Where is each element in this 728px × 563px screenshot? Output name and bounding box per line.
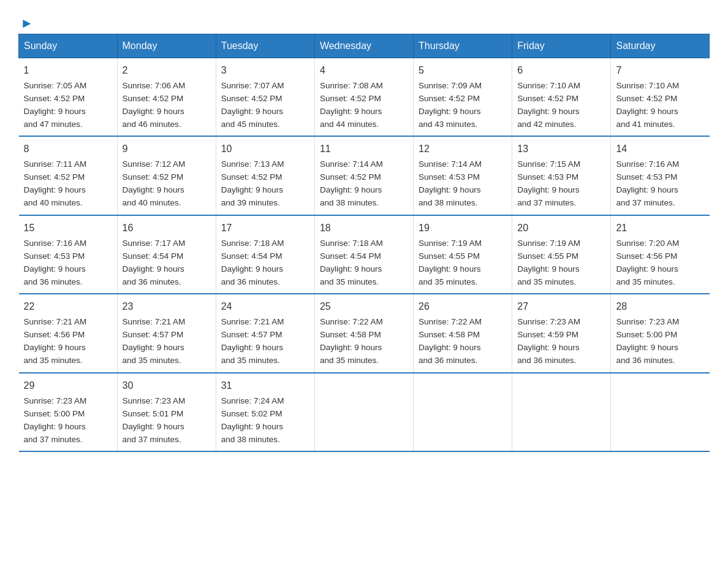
day-cell: 14Sunrise: 7:16 AMSunset: 4:53 PMDayligh… (611, 136, 710, 215)
daylight: Daylight: 9 hours (221, 107, 283, 116)
sunset: Sunset: 4:53 PM (419, 172, 480, 182)
daylight2: and 35 minutes. (221, 356, 280, 365)
day-cell: 28Sunrise: 7:23 AMSunset: 5:00 PMDayligh… (611, 294, 710, 372)
daylight: Daylight: 9 hours (320, 264, 382, 274)
sunrise: Sunrise: 7:21 AM (123, 317, 186, 326)
daylight2: and 35 minutes. (616, 277, 675, 286)
day-cell: 18Sunrise: 7:18 AMSunset: 4:54 PMDayligh… (314, 215, 413, 294)
daylight2: and 38 minutes. (419, 198, 477, 207)
daylight: Daylight: 9 hours (419, 343, 480, 352)
sunrise: Sunrise: 7:24 AM (221, 396, 284, 405)
day-cell: 25Sunrise: 7:22 AMSunset: 4:58 PMDayligh… (314, 294, 413, 372)
daylight: Daylight: 9 hours (616, 343, 678, 352)
day-number: 23 (123, 299, 211, 315)
sunset: Sunset: 4:57 PM (221, 330, 282, 339)
sunset: Sunset: 4:56 PM (616, 251, 677, 261)
daylight: Daylight: 9 hours (517, 264, 579, 274)
sunset: Sunset: 4:52 PM (123, 94, 184, 103)
daylight2: and 46 minutes. (123, 120, 181, 129)
sunset: Sunset: 5:00 PM (616, 330, 677, 339)
sunrise: Sunrise: 7:23 AM (616, 317, 679, 326)
day-number: 5 (419, 63, 507, 79)
column-header-thursday: Thursday (414, 34, 512, 58)
daylight2: and 35 minutes. (517, 277, 576, 286)
daylight2: and 37 minutes. (123, 435, 181, 444)
daylight2: and 35 minutes. (24, 356, 83, 365)
daylight: Daylight: 9 hours (221, 264, 283, 274)
daylight: Daylight: 9 hours (419, 107, 480, 116)
sunrise: Sunrise: 7:22 AM (320, 317, 383, 326)
sunset: Sunset: 4:54 PM (123, 251, 184, 261)
day-cell: 5Sunrise: 7:09 AMSunset: 4:52 PMDaylight… (414, 58, 512, 137)
page-header: ► (18, 12, 710, 28)
day-number: 9 (123, 142, 211, 157)
daylight2: and 45 minutes. (221, 120, 280, 129)
day-number: 17 (221, 221, 309, 236)
sunrise: Sunrise: 7:23 AM (123, 396, 186, 405)
day-number: 1 (24, 63, 112, 79)
daylight: Daylight: 9 hours (616, 264, 678, 274)
daylight2: and 38 minutes. (221, 435, 280, 444)
day-cell: 7Sunrise: 7:10 AMSunset: 4:52 PMDaylight… (611, 58, 710, 137)
day-number: 10 (221, 142, 309, 157)
sunset: Sunset: 4:54 PM (221, 251, 282, 261)
day-cell: 24Sunrise: 7:21 AMSunset: 4:57 PMDayligh… (216, 294, 314, 372)
day-cell: 9Sunrise: 7:12 AMSunset: 4:52 PMDaylight… (117, 136, 216, 215)
daylight: Daylight: 9 hours (616, 185, 678, 194)
day-cell: 1Sunrise: 7:05 AMSunset: 4:52 PMDaylight… (19, 58, 118, 137)
daylight: Daylight: 9 hours (123, 107, 184, 116)
day-number: 11 (320, 142, 408, 157)
day-number: 8 (24, 142, 112, 157)
daylight: Daylight: 9 hours (123, 343, 184, 352)
day-number: 3 (221, 63, 309, 79)
sunset: Sunset: 4:58 PM (320, 330, 381, 339)
sunrise: Sunrise: 7:18 AM (221, 239, 284, 248)
sunset: Sunset: 4:55 PM (517, 251, 578, 261)
day-number: 18 (320, 221, 408, 236)
week-row-4: 22Sunrise: 7:21 AMSunset: 4:56 PMDayligh… (19, 294, 710, 372)
day-number: 4 (320, 63, 408, 79)
week-row-3: 15Sunrise: 7:16 AMSunset: 4:53 PMDayligh… (19, 215, 710, 294)
daylight2: and 35 minutes. (320, 277, 379, 286)
daylight2: and 42 minutes. (517, 120, 576, 129)
day-cell: 27Sunrise: 7:23 AMSunset: 4:59 PMDayligh… (512, 294, 611, 372)
daylight2: and 35 minutes. (123, 356, 181, 365)
sunrise: Sunrise: 7:19 AM (419, 239, 482, 248)
sunrise: Sunrise: 7:07 AM (221, 81, 284, 90)
daylight2: and 37 minutes. (24, 435, 83, 444)
column-header-friday: Friday (512, 34, 611, 58)
sunrise: Sunrise: 7:10 AM (517, 81, 580, 90)
sunrise: Sunrise: 7:10 AM (616, 81, 679, 90)
week-row-1: 1Sunrise: 7:05 AMSunset: 4:52 PMDaylight… (19, 58, 710, 137)
daylight: Daylight: 9 hours (123, 264, 184, 274)
day-cell: 22Sunrise: 7:21 AMSunset: 4:56 PMDayligh… (19, 294, 118, 372)
daylight2: and 40 minutes. (123, 198, 181, 207)
column-header-tuesday: Tuesday (216, 34, 314, 58)
sunrise: Sunrise: 7:11 AM (24, 159, 87, 169)
sunset: Sunset: 5:02 PM (221, 409, 282, 418)
daylight2: and 36 minutes. (517, 356, 576, 365)
sunrise: Sunrise: 7:09 AM (419, 81, 482, 90)
daylight: Daylight: 9 hours (517, 343, 579, 352)
daylight: Daylight: 9 hours (24, 422, 86, 431)
day-number: 21 (616, 221, 704, 236)
week-row-2: 8Sunrise: 7:11 AMSunset: 4:52 PMDaylight… (19, 136, 710, 215)
daylight2: and 41 minutes. (616, 120, 675, 129)
day-number: 14 (616, 142, 704, 157)
sunset: Sunset: 4:54 PM (320, 251, 381, 261)
day-cell: 13Sunrise: 7:15 AMSunset: 4:53 PMDayligh… (512, 136, 611, 215)
sunset: Sunset: 4:52 PM (221, 94, 282, 103)
sunset: Sunset: 4:52 PM (24, 94, 85, 103)
sunset: Sunset: 4:52 PM (221, 172, 282, 182)
day-number: 16 (123, 221, 211, 236)
day-number: 28 (616, 299, 704, 315)
day-cell: 3Sunrise: 7:07 AMSunset: 4:52 PMDaylight… (216, 58, 314, 137)
week-row-5: 29Sunrise: 7:23 AMSunset: 5:00 PMDayligh… (19, 373, 710, 451)
column-header-saturday: Saturday (611, 34, 710, 58)
sunset: Sunset: 4:52 PM (320, 94, 381, 103)
daylight2: and 36 minutes. (616, 356, 675, 365)
sunset: Sunset: 4:57 PM (123, 330, 184, 339)
daylight2: and 36 minutes. (221, 277, 280, 286)
daylight: Daylight: 9 hours (24, 343, 86, 352)
daylight2: and 38 minutes. (320, 198, 379, 207)
